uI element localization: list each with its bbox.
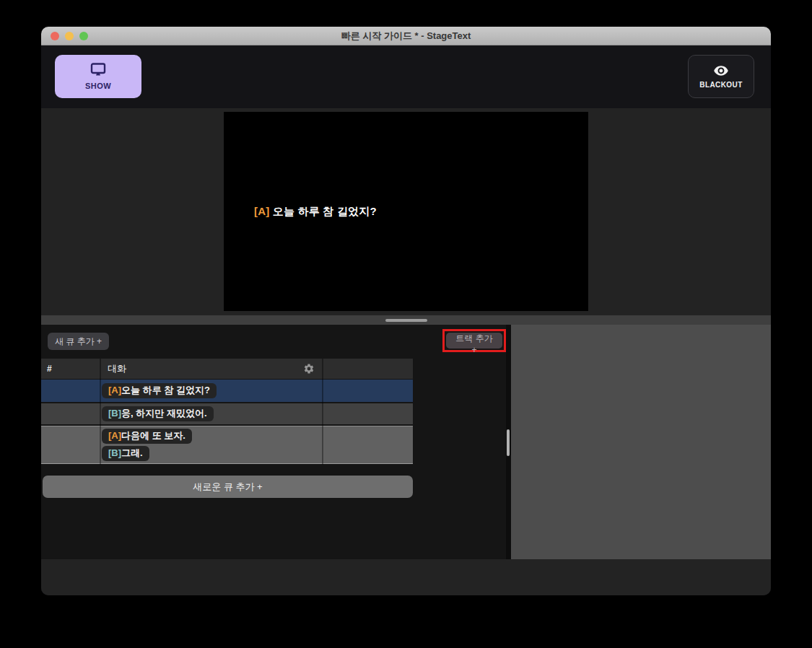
scrollbar-track[interactable] xyxy=(506,325,511,559)
bottom-area: 새 큐 추가 + 트랙 추가 + # 대화 xyxy=(41,325,771,559)
preview-line-text: 오늘 하루 참 길었지? xyxy=(269,205,376,217)
cue-row-selected[interactable]: [A]오늘 하루 참 길었지? xyxy=(41,380,413,402)
zoom-window-button[interactable] xyxy=(79,32,88,40)
traffic-lights xyxy=(51,32,88,40)
add-track-button[interactable]: 트랙 추가 + xyxy=(446,333,502,349)
panel-divider xyxy=(41,315,771,325)
chip-text: 응, 하지만 재밌었어. xyxy=(121,408,206,420)
speaker-tag: [B] xyxy=(108,408,121,420)
cue-row[interactable]: [B]응, 하지만 재밌었어. xyxy=(41,403,413,424)
speaker-tag: [A] xyxy=(108,385,121,397)
show-button-label: SHOW xyxy=(85,82,111,90)
toolbar: SHOW BLACKOUT xyxy=(41,45,771,108)
dialogue-chip[interactable]: [B]그래. xyxy=(102,446,149,461)
speaker-tag: [A] xyxy=(108,430,121,442)
column-divider xyxy=(322,359,323,465)
chip-text: 그래. xyxy=(121,447,143,460)
divider-drag-handle[interactable] xyxy=(385,319,427,322)
column-header-track-label: 대화 xyxy=(108,362,126,375)
preview-caption: [A] 오늘 하루 참 길었지? xyxy=(224,205,377,219)
app-window: 빠른 시작 가이드 * - StageText SHOW BLACKOUT xyxy=(41,27,771,595)
tutorial-highlight-box: 트랙 추가 + xyxy=(442,329,506,352)
add-new-cue-button[interactable]: 새로운 큐 추가 + xyxy=(43,476,413,498)
speaker-tag: [B] xyxy=(108,447,121,460)
eye-icon xyxy=(713,65,729,79)
column-header-empty[interactable] xyxy=(323,359,413,379)
gear-icon[interactable] xyxy=(303,363,315,375)
column-header-number[interactable]: # xyxy=(41,359,100,379)
inspector-pane xyxy=(511,325,771,559)
cue-list-pane: 새 큐 추가 + 트랙 추가 + # 대화 xyxy=(41,325,506,559)
chip-text: 오늘 하루 참 길었지? xyxy=(121,385,210,397)
dialogue-chip[interactable]: [B]응, 하지만 재밌었어. xyxy=(102,406,214,421)
output-preview-screen: [A] 오늘 하루 참 길었지? xyxy=(224,112,588,311)
window-title: 빠른 시작 가이드 * - StageText xyxy=(341,30,471,43)
cue-table-header: # 대화 xyxy=(41,359,413,379)
column-divider xyxy=(100,359,101,465)
bottom-status-bar xyxy=(41,559,771,595)
blackout-button[interactable]: BLACKOUT xyxy=(688,55,754,98)
close-window-button[interactable] xyxy=(51,32,59,40)
minimize-window-button[interactable] xyxy=(65,32,74,40)
dialogue-chip[interactable]: [A]다음에 또 보자. xyxy=(102,429,192,444)
column-header-track[interactable]: 대화 xyxy=(100,359,323,379)
preview-speaker-tag: [A] xyxy=(254,205,269,217)
preview-section: [A] 오늘 하루 참 길었지? xyxy=(41,108,771,315)
monitor-icon xyxy=(90,63,107,79)
blackout-button-label: BLACKOUT xyxy=(699,81,742,89)
scrollbar-thumb[interactable] xyxy=(507,429,510,456)
cue-table: # 대화 [A]오늘 하루 참 길었지? xyxy=(41,359,413,464)
show-button[interactable]: SHOW xyxy=(55,55,141,98)
cue-row[interactable]: [A]다음에 또 보자. [B]그래. xyxy=(41,426,413,464)
chip-text: 다음에 또 보자. xyxy=(121,430,185,442)
titlebar: 빠른 시작 가이드 * - StageText xyxy=(41,27,771,45)
dialogue-chip[interactable]: [A]오늘 하루 참 길었지? xyxy=(102,383,217,398)
add-cue-button[interactable]: 새 큐 추가 + xyxy=(48,333,109,350)
